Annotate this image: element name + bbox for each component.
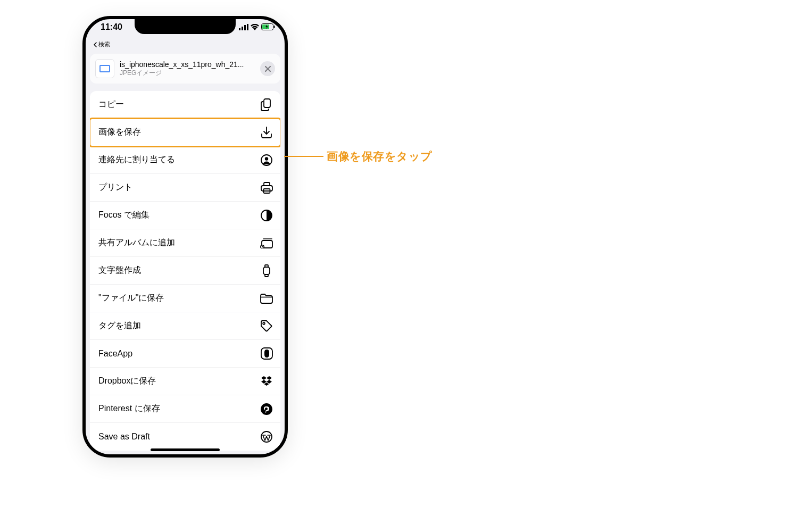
svg-rect-3	[247, 24, 248, 30]
download-icon	[260, 126, 273, 139]
album-icon	[260, 237, 273, 250]
action-download[interactable]: 画像を保存	[90, 119, 280, 146]
action-pinterest[interactable]: Pinterest に保存	[90, 395, 280, 423]
action-label: 連絡先に割り当てる	[98, 154, 175, 165]
tag-icon	[260, 320, 273, 332]
halfmoon-icon	[260, 209, 273, 222]
svg-rect-10	[261, 186, 272, 191]
svg-point-9	[265, 157, 268, 160]
pinterest-icon	[260, 403, 273, 415]
action-faceapp[interactable]: FaceApp	[90, 340, 280, 368]
action-watch[interactable]: 文字盤作成	[90, 257, 280, 285]
action-label: 共有アルバムに追加	[98, 237, 175, 248]
svg-point-17	[263, 322, 265, 325]
svg-point-15	[262, 246, 263, 247]
file-thumbnail	[95, 59, 114, 78]
watch-icon	[260, 264, 273, 277]
action-print[interactable]: プリント	[90, 174, 280, 202]
phone-notch	[135, 19, 236, 34]
action-halfmoon[interactable]: Focos で編集	[90, 202, 280, 229]
action-list: コピー画像を保存連絡先に割り当てるプリントFocos で編集共有アルバムに追加文…	[90, 91, 280, 451]
close-icon	[265, 66, 271, 72]
action-label: 画像を保存	[98, 127, 141, 138]
action-label: プリント	[98, 182, 132, 193]
action-album[interactable]: 共有アルバムに追加	[90, 229, 280, 257]
action-wordpress[interactable]: Save as Draft	[90, 423, 280, 451]
cellular-icon	[239, 24, 248, 30]
action-folder[interactable]: "ファイル"に保存	[90, 285, 280, 312]
share-header: is_iphonescale_x_xs_11pro_wh_21... JPEGイ…	[90, 54, 280, 84]
callout-line	[284, 156, 323, 157]
action-label: Dropboxに保存	[98, 376, 156, 387]
action-label: Focos で編集	[98, 210, 149, 221]
contact-icon	[260, 154, 273, 167]
battery-icon	[261, 23, 275, 30]
action-label: Pinterest に保存	[98, 403, 160, 414]
action-contact[interactable]: 連絡先に割り当てる	[90, 146, 280, 174]
action-label: 文字盤作成	[98, 265, 141, 276]
action-label: "ファイル"に保存	[98, 293, 164, 304]
copy-icon	[260, 98, 273, 111]
action-dropbox[interactable]: Dropboxに保存	[90, 368, 280, 395]
svg-point-19	[261, 403, 272, 415]
action-label: コピー	[98, 99, 124, 110]
svg-rect-16	[263, 267, 270, 275]
wifi-icon	[251, 24, 259, 30]
wordpress-icon	[260, 430, 273, 443]
home-indicator[interactable]	[151, 448, 220, 451]
back-chevron-icon	[93, 42, 97, 47]
action-label: Save as Draft	[98, 432, 150, 442]
action-label: FaceApp	[98, 349, 132, 359]
action-tag[interactable]: タグを追加	[90, 312, 280, 340]
svg-rect-6	[274, 26, 275, 28]
svg-rect-0	[239, 28, 240, 30]
status-icons	[239, 23, 275, 30]
phone-frame: 11:40 検索 is_iphonescale_x_xs_11pro_wh_21…	[82, 16, 288, 458]
close-button[interactable]	[260, 61, 275, 76]
file-type: JPEGイメージ	[120, 69, 255, 78]
back-nav[interactable]: 検索	[86, 40, 285, 51]
svg-rect-1	[242, 27, 243, 30]
file-name: is_iphonescale_x_xs_11pro_wh_21...	[120, 60, 255, 69]
status-time: 11:40	[101, 22, 122, 32]
back-label: 検索	[98, 40, 110, 48]
faceapp-icon	[260, 347, 273, 360]
dropbox-icon	[260, 375, 273, 388]
svg-rect-2	[244, 25, 246, 30]
svg-rect-7	[264, 99, 270, 107]
action-copy[interactable]: コピー	[90, 91, 280, 119]
action-label: タグを追加	[98, 320, 141, 331]
print-icon	[260, 181, 273, 194]
callout-text: 画像を保存をタップ	[327, 149, 433, 164]
folder-icon	[260, 292, 273, 305]
